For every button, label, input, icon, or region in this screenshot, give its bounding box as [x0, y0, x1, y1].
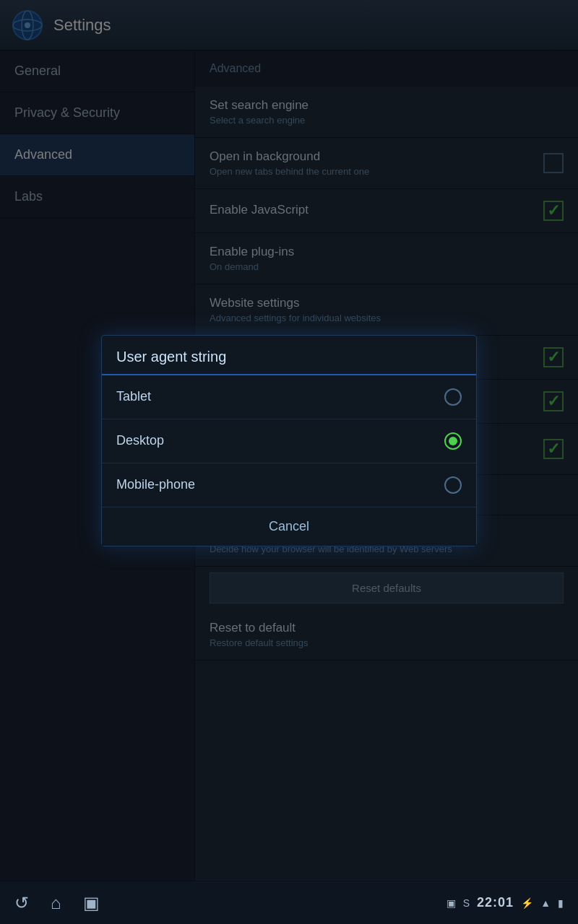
bottom-navigation: ↺ ⌂ ▣ ▣ S 22:01 ⚡ ▲ ▮: [0, 881, 578, 924]
wifi-icon: ▲: [540, 897, 551, 909]
bluetooth-icon: ⚡: [521, 897, 533, 909]
dialog-title: User agent string: [102, 336, 476, 375]
dialog-overlay: User agent string Tablet Desktop Mobile-…: [0, 0, 578, 881]
recents-button[interactable]: ▣: [83, 893, 100, 913]
radio-desktop[interactable]: [444, 432, 462, 450]
user-agent-dialog: User agent string Tablet Desktop Mobile-…: [101, 335, 477, 546]
home-button[interactable]: ⌂: [51, 893, 61, 913]
sim-icon: ▣: [447, 897, 456, 909]
radio-mobile-phone[interactable]: [444, 476, 462, 494]
s-icon: S: [463, 897, 470, 909]
dialog-option-mobile-phone[interactable]: Mobile-phone: [102, 463, 476, 507]
dialog-option-tablet[interactable]: Tablet: [102, 375, 476, 419]
battery-icon: ▮: [558, 897, 564, 909]
radio-tablet[interactable]: [444, 388, 462, 406]
dialog-option-desktop[interactable]: Desktop: [102, 419, 476, 463]
back-button[interactable]: ↺: [14, 893, 29, 913]
status-time: 22:01: [477, 895, 514, 910]
dialog-cancel-button[interactable]: Cancel: [102, 507, 476, 546]
